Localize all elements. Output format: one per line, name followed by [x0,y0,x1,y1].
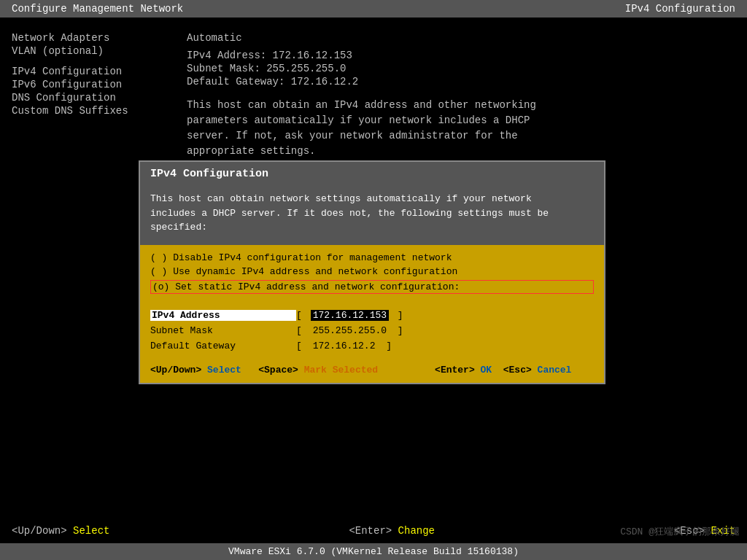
field-label-gateway: Default Gateway [150,341,296,351]
sidebar-item-dns[interactable]: DNS Configuration [12,92,172,104]
hint-esc-action: Cancel [538,365,572,376]
fields-area: IPv4 Address [ 172.16.12.153 ] Subnet Ma… [140,304,604,359]
vmware-bar: VMware ESXi 6.7.0 (VMKernel Release Buil… [0,543,747,560]
sidebar-item-custom-dns[interactable]: Custom DNS Suffixes [12,105,172,117]
sidebar-item-network-adapters[interactable]: Network Adapters [12,32,172,44]
field-label-ipv4: IPv4 Address [150,310,296,321]
bottom-hint-left: <Up/Down> Select [12,525,109,537]
hint-enter-action: OK [481,365,492,376]
gateway-value: 172.16.12.2 [311,341,378,351]
right-panel: Automatic IPv4 Address: 172.16.12.153 Su… [172,32,735,159]
hint-space-key: <Space> [258,365,298,376]
watermark: CSDN @狂端疯子的那条好腿 [620,525,740,538]
field-label-subnet: Subnet Mask [150,325,296,336]
ipv4-address-info: IPv4 Address: 172.16.12.153 [187,50,735,61]
bottom-hint-center: <Enter> Change [349,525,435,537]
header-left: Configure Management Network [12,3,183,15]
option-disable-ipv4[interactable]: ( ) Disable IPv4 configuration for manag… [150,252,594,263]
field-value-gateway: [ 172.16.12.2 ] [296,341,392,351]
gateway-info: Default Gateway: 172.16.12.2 [187,76,735,88]
sidebar: Network Adapters VLAN (optional) IPv4 Co… [12,32,172,159]
sidebar-item-vlan[interactable]: VLAN (optional) [12,45,172,57]
hint-enter-key: <Enter> [435,365,475,376]
field-value-ipv4: [ 172.16.12.153 ] [296,310,403,321]
field-row-gateway[interactable]: Default Gateway [ 172.16.12.2 ] [150,341,594,351]
hint-updown-action: Select [207,365,241,376]
hint-esc-key: <Esc> [503,365,532,376]
subnet-value: 255.255.255.0 [311,325,389,336]
panel-description: This host can obtain an IPv4 address and… [187,98,537,159]
modal-dialog: IPv4 Configuration This host can obtain … [139,160,605,384]
hint-updown-key: <Up/Down> [150,365,201,376]
modal-options: ( ) Disable IPv4 configuration for manag… [140,245,604,304]
option-static-ipv4[interactable]: (o) Set static IPv4 address and network … [150,280,594,294]
field-row-subnet[interactable]: Subnet Mask [ 255.255.255.0 ] [150,325,594,336]
modal-footer: <Up/Down> Select <Space> Mark Selected <… [140,359,604,383]
top-header: Configure Management Network IPv4 Config… [0,0,747,18]
auto-label: Automatic [187,32,735,44]
header-right: IPv4 Configuration [625,3,735,15]
sidebar-item-ipv4[interactable]: IPv4 Configuration [12,66,172,77]
field-row-ipv4[interactable]: IPv4 Address [ 172.16.12.153 ] [150,310,594,321]
main-content: Network Adapters VLAN (optional) IPv4 Co… [0,18,747,174]
hint-space-action: Mark Selected [304,365,378,376]
sidebar-item-ipv6[interactable]: IPv6 Configuration [12,79,172,90]
ipv4-value: 172.16.12.153 [311,310,389,321]
option-dynamic-ipv4[interactable]: ( ) Use dynamic IPv4 address and network… [150,266,594,277]
modal-description: This host can obtain network settings au… [140,186,604,245]
modal-title: IPv4 Configuration [140,162,604,186]
subnet-mask-info: Subnet Mask: 255.255.255.0 [187,63,735,74]
field-value-subnet: [ 255.255.255.0 ] [296,325,403,336]
